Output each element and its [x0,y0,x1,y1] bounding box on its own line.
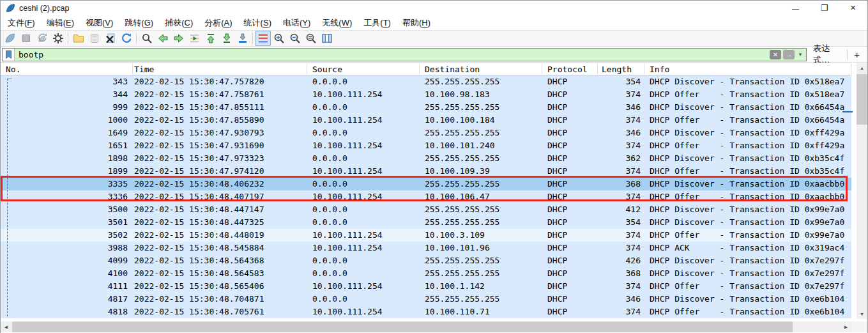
scroll-right-icon[interactable]: ▶ [841,321,851,332]
restore-button[interactable]: ❐ [810,1,839,15]
packet-row-1898[interactable]: 18982022-02-15 15:30:47.9733230.0.0.0255… [1,152,851,165]
cell-protocol: DHCP [542,229,598,242]
filter-clear-icon[interactable]: ✕ [770,50,781,59]
packet-row-4818[interactable]: 48182022-02-15 15:30:48.70576110.100.111… [1,306,851,318]
cell-info: DHCP Offer - Transaction ID 0x99e7a0 [644,229,851,242]
horizontal-scroll-thumb[interactable] [12,321,793,332]
reload-file-button[interactable] [118,31,134,46]
horizontal-scrollbar[interactable]: ◀ ▶ [1,321,851,332]
packet-row-344[interactable]: 3442022-02-15 15:30:47.75876110.100.111.… [1,88,851,101]
cell-source: 10.100.111.254 [307,306,420,318]
menu-item-3[interactable]: 跳转(G) [119,15,159,31]
cell-no: 3502 [1,229,133,242]
cell-length: 374 [598,242,644,254]
packet-row-1649[interactable]: 16492022-02-15 15:30:47.9307930.0.0.0255… [1,127,851,139]
cell-destination: 255.255.255.255 [420,293,542,306]
zoom-out-button[interactable] [287,31,303,46]
packet-row-999[interactable]: 9992022-02-15 15:30:47.8551110.0.0.0255.… [1,101,851,114]
cell-protocol: DHCP [542,127,598,139]
menu-item-4[interactable]: 捕获(C) [159,15,199,31]
column-header-protocol[interactable]: Protocol [542,63,598,75]
start-capture-button[interactable] [2,31,18,46]
scroll-left-icon[interactable]: ◀ [1,321,11,332]
packet-row-4099[interactable]: 40992022-02-15 15:30:48.5643680.0.0.0255… [1,254,851,267]
column-header-source[interactable]: Source [307,63,420,75]
go-back-button[interactable] [155,31,171,46]
cell-protocol: DHCP [542,88,598,101]
menu-item-7[interactable]: 电话(Y) [277,15,316,31]
column-header-info[interactable]: Info [644,63,851,75]
go-first-button[interactable] [202,31,218,46]
packet-row-4111[interactable]: 41112022-02-15 15:30:48.56540610.100.111… [1,280,851,293]
menu-item-8[interactable]: 无线(W) [316,15,358,31]
packet-row-3336[interactable]: 33362022-02-15 15:30:48.40719710.100.111… [1,190,851,203]
resize-columns-button[interactable] [319,31,335,46]
cell-info: DHCP Discover - Transaction ID 0xaacbb0 [644,178,851,190]
column-header-no[interactable]: No. [1,63,133,75]
packet-row-3501[interactable]: 35012022-02-15 15:30:48.4473250.0.0.0255… [1,216,851,229]
menu-item-10[interactable]: 帮助(H) [397,15,436,31]
packet-row-343[interactable]: 3432022-02-15 15:30:47.7578200.0.0.0255.… [1,75,851,88]
add-filter-button[interactable]: + [848,49,866,60]
cell-source: 10.100.111.254 [307,139,420,152]
cell-destination: 255.255.255.255 [420,267,542,280]
cell-destination: 255.255.255.255 [420,152,542,165]
cell-source: 0.0.0.0 [307,127,420,139]
go-to-packet-button[interactable] [187,31,202,46]
menu-item-5[interactable]: 分析(A) [199,15,238,31]
menu-item-9[interactable]: 工具(T) [358,15,397,31]
close-file-button[interactable] [102,31,118,46]
menu-item-0[interactable]: 文件(F) [2,15,41,31]
packet-row-1899[interactable]: 18992022-02-15 15:30:47.97412010.100.111… [1,165,851,178]
close-button[interactable]: ✕ [839,1,867,15]
vertical-scroll-thumb[interactable] [857,74,867,125]
packet-row-3988[interactable]: 39882022-02-15 15:30:48.54588410.100.111… [1,242,851,254]
packet-row-3500[interactable]: 35002022-02-15 15:30:48.4471470.0.0.0255… [1,203,851,216]
auto-scroll-button[interactable] [234,31,250,46]
cell-length: 374 [598,229,644,242]
save-file-button[interactable] [86,31,102,46]
filter-bookmark-icon[interactable] [3,49,15,61]
stop-capture-button[interactable] [18,31,34,46]
cell-source: 10.100.111.254 [307,165,420,178]
go-last-button[interactable] [218,31,234,46]
minimize-button[interactable]: — [781,1,810,15]
cell-no: 4817 [1,293,133,306]
filter-apply-icon[interactable]: → [783,50,795,59]
column-header-length[interactable]: Length [598,63,644,75]
zoom-in-button[interactable] [271,31,287,46]
cell-length: 346 [598,293,644,306]
packet-row-3335[interactable]: 33352022-02-15 15:30:48.4062320.0.0.0255… [1,178,851,190]
scroll-up-icon[interactable]: ▲ [857,63,867,73]
cell-protocol: DHCP [542,75,598,88]
restart-capture-button[interactable] [34,31,50,46]
packet-row-4100[interactable]: 41002022-02-15 15:30:48.5645830.0.0.0255… [1,267,851,280]
capture-options-button[interactable] [50,31,66,46]
vertical-scrollbar[interactable]: ▲ ▼ [857,63,867,319]
packet-row-4817[interactable]: 48172022-02-15 15:30:48.7048710.0.0.0255… [1,293,851,306]
column-header-time[interactable]: Time [133,63,307,75]
display-filter-field[interactable]: ✕ → ▾ [2,48,807,61]
packet-row-1000[interactable]: 10002022-02-15 15:30:47.85589010.100.111… [1,114,851,127]
cell-protocol: DHCP [542,101,598,114]
wireshark-window: ceshi (2).pcap — ❐ ✕ 文件(F)编辑(E)视图(V)跳转(G… [0,0,868,333]
scroll-down-icon[interactable]: ▼ [857,309,867,319]
colorize-packets-button[interactable] [255,31,271,46]
menu-item-2[interactable]: 视图(V) [80,15,119,31]
packet-row-3502[interactable]: 35022022-02-15 15:30:48.44801910.100.111… [1,229,851,242]
cell-source: 0.0.0.0 [307,101,420,114]
menu-item-1[interactable]: 编辑(E) [41,15,80,31]
cell-source: 0.0.0.0 [307,254,420,267]
cell-length: 374 [598,165,644,178]
find-packet-button[interactable] [139,31,155,46]
cell-length: 368 [598,267,644,280]
filter-input[interactable] [15,50,770,59]
cell-no: 4099 [1,254,133,267]
filter-dropdown-icon[interactable]: ▾ [796,50,804,59]
zoom-reset-button[interactable] [303,31,319,46]
open-file-button[interactable] [70,31,86,46]
packet-row-1651[interactable]: 16512022-02-15 15:30:47.93169010.100.111… [1,139,851,152]
menu-item-6[interactable]: 统计(S) [238,15,277,31]
column-header-destination[interactable]: Destination [420,63,542,75]
go-forward-button[interactable] [171,31,187,46]
